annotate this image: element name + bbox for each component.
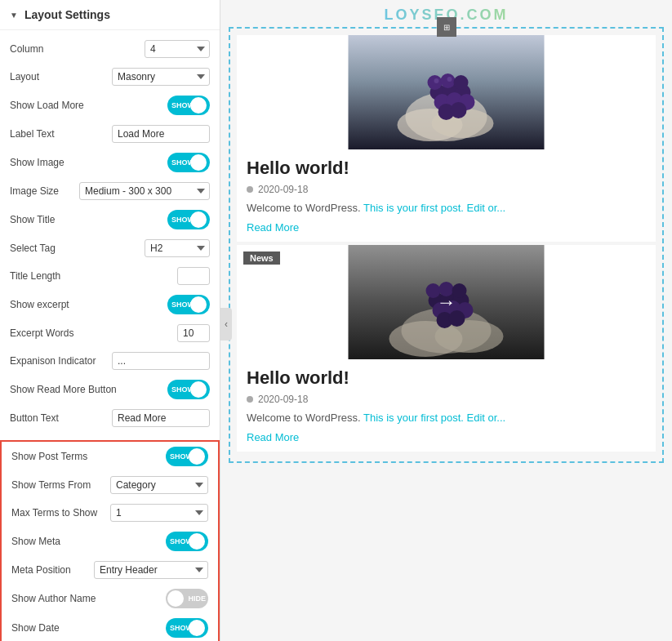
show-title-label: Show Title	[10, 214, 167, 225]
post-card-2: News → Hello world! 2020-09-18 Welcome t…	[237, 245, 656, 452]
post-content-2: Hello world! 2020-09-18 Welcome to WordP…	[237, 359, 656, 452]
max-terms-control: 123All	[110, 504, 208, 522]
posts-grid: Hello world! 2020-09-18 Welcome to WordP…	[237, 35, 656, 455]
image-size-select[interactable]: Medium - 300 x 300ThumbnailLarge	[79, 182, 210, 200]
post-excerpt-1: Welcome to WordPress. This is your first…	[247, 200, 646, 216]
show-read-more-label: Show Read More Button	[10, 384, 167, 395]
read-more-link-1[interactable]: Read More	[247, 221, 299, 234]
show-post-terms-control: SHOW	[166, 447, 208, 466]
show-excerpt-control: SHOW	[167, 295, 210, 314]
select-tag-label: Select Tag	[10, 243, 145, 254]
meta-position-select[interactable]: Entry HeaderEntry Footer	[94, 561, 208, 579]
show-post-terms-toggle[interactable]: SHOW	[166, 447, 208, 466]
meta-position-control: Entry HeaderEntry Footer	[94, 561, 208, 579]
collapse-handle[interactable]: ‹	[220, 308, 232, 341]
post-card-1: Hello world! 2020-09-18 Welcome to WordP…	[237, 35, 656, 242]
show-author-name-label: Show Author Name	[11, 593, 166, 604]
show-title-toggle-label: SHOW	[171, 216, 194, 224]
show-image-control: SHOW	[167, 153, 210, 172]
show-title-toggle[interactable]: SHOW	[167, 210, 210, 229]
panel-header: ▼ Layout Settings	[0, 0, 220, 30]
meta-position-label: Meta Position	[11, 564, 94, 576]
show-author-name-toggle-label: HIDE	[188, 594, 206, 603]
show-load-more-label: Show Load More	[10, 100, 167, 111]
show-read-more-toggle[interactable]: SHOW	[167, 380, 210, 399]
show-read-more-row: Show Read More Button SHOW	[0, 375, 220, 404]
expansion-indicator-row: Expanison Indicator	[0, 347, 220, 375]
show-image-label: Show Image	[10, 157, 167, 168]
collapse-handle-icon: ‹	[225, 318, 228, 330]
button-text-row: Button Text	[0, 404, 220, 432]
select-tag-control: H2H1H3	[145, 239, 210, 257]
post-date-2: 2020-09-18	[258, 394, 308, 405]
show-date-toggle[interactable]: SHOW	[166, 618, 208, 638]
panel-title: Layout Settings	[24, 8, 110, 21]
preview-dashed-box: ⊞	[229, 27, 664, 463]
select-tag-row: Select Tag H2H1H3	[0, 234, 220, 262]
image-size-control: Medium - 300 x 300ThumbnailLarge	[79, 182, 210, 200]
post-date-1: 2020-09-18	[258, 184, 308, 195]
show-excerpt-toggle[interactable]: SHOW	[167, 295, 210, 314]
svg-point-14	[454, 75, 469, 90]
post-excerpt-2: Welcome to WordPress. This is your first…	[247, 410, 646, 426]
show-title-control: SHOW	[167, 210, 210, 229]
image-size-label: Image Size	[10, 185, 79, 197]
post-meta-2: 2020-09-18	[247, 394, 646, 405]
title-length-row: Title Length	[0, 262, 220, 290]
show-meta-label: Show Meta	[11, 536, 166, 547]
show-read-more-control: SHOW	[167, 380, 210, 399]
show-author-name-toggle[interactable]: HIDE	[166, 589, 208, 608]
post-meta-1: 2020-09-18	[247, 184, 646, 195]
read-more-link-2[interactable]: Read More	[247, 431, 299, 443]
excerpt-words-control	[177, 324, 210, 342]
column-setting-row: Column 4123	[0, 35, 220, 63]
show-terms-from-control: CategoryTag	[110, 476, 208, 494]
settings-panel: ▼ Layout Settings Column 4123 Layout Mas…	[0, 0, 220, 641]
svg-point-15	[434, 78, 439, 83]
show-terms-from-select[interactable]: CategoryTag	[110, 476, 208, 494]
layout-control: MasonryGridList	[112, 68, 210, 86]
image-size-row: Image Size Medium - 300 x 300ThumbnailLa…	[0, 177, 220, 205]
show-date-toggle-label: SHOW	[170, 624, 193, 632]
column-label: Column	[10, 43, 145, 55]
resize-handle[interactable]: ⊞	[437, 17, 456, 37]
show-load-more-toggle[interactable]: SHOW	[167, 96, 210, 115]
excerpt-highlight-2: This is your first post. Edit or...	[363, 412, 505, 424]
show-date-row: Show Date SHOW	[2, 613, 218, 641]
layout-select[interactable]: MasonryGridList	[112, 68, 210, 86]
show-load-more-row: Show Load More SHOW	[0, 91, 220, 120]
svg-point-16	[447, 77, 452, 82]
post-image-svg-1	[237, 35, 656, 149]
label-text-control	[112, 125, 210, 143]
column-select[interactable]: 4123	[145, 40, 210, 58]
show-terms-from-label: Show Terms From	[11, 479, 110, 491]
excerpt-words-input[interactable]	[177, 324, 210, 342]
title-length-input[interactable]	[177, 267, 210, 285]
max-terms-row: Max Terms to Show 123All	[2, 499, 218, 527]
show-image-toggle[interactable]: SHOW	[167, 153, 210, 172]
expansion-indicator-input[interactable]	[112, 352, 210, 370]
show-post-terms-row: Show Post Terms SHOW	[2, 442, 218, 471]
show-author-name-row: Show Author Name HIDE	[2, 584, 218, 613]
show-date-label: Show Date	[11, 622, 166, 634]
news-badge: News	[243, 252, 280, 265]
meta-position-row: Meta Position Entry HeaderEntry Footer	[2, 556, 218, 584]
post-content-1: Hello world! 2020-09-18 Welcome to WordP…	[237, 149, 656, 242]
excerpt-words-label: Excerpt Words	[10, 327, 177, 339]
layout-setting-row: Layout MasonryGridList	[0, 63, 220, 91]
select-tag-select[interactable]: H2H1H3	[145, 239, 210, 257]
post-title-2: Hello world!	[247, 367, 646, 389]
max-terms-select[interactable]: 123All	[110, 504, 208, 522]
show-post-terms-label: Show Post Terms	[11, 451, 166, 462]
label-text-input[interactable]	[112, 125, 210, 143]
show-terms-from-row: Show Terms From CategoryTag	[2, 471, 218, 499]
show-title-row: Show Title SHOW	[0, 205, 220, 234]
expansion-indicator-label: Expanison Indicator	[10, 355, 112, 367]
button-text-control	[112, 409, 210, 427]
show-meta-toggle[interactable]: SHOW	[166, 532, 208, 551]
button-text-input[interactable]	[112, 409, 210, 427]
show-excerpt-label: Show excerpt	[10, 299, 167, 310]
post-arrow-icon: →	[437, 291, 456, 314]
panel-chevron-icon[interactable]: ▼	[10, 11, 18, 20]
show-meta-control: SHOW	[166, 532, 208, 551]
